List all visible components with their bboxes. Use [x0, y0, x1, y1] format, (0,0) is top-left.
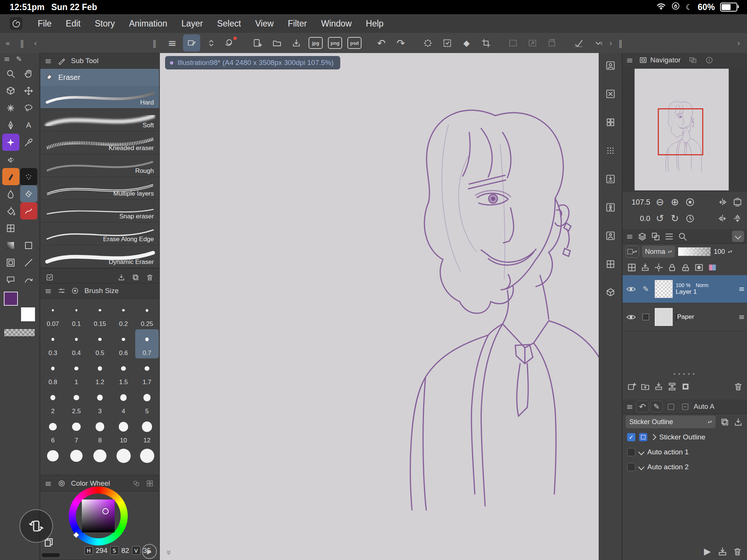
brush-size-0.5[interactable]: 0.5	[88, 329, 112, 358]
brush-size-10[interactable]: 10	[112, 417, 135, 446]
brush-size-0.2[interactable]: 0.2	[112, 300, 135, 329]
divider-handle-icon[interactable]: ‖	[619, 38, 623, 48]
tool-gradient[interactable]	[2, 237, 19, 254]
color-history-button[interactable]: ▶	[142, 544, 157, 559]
opacity-value[interactable]: 100	[714, 248, 725, 256]
auto-action-item[interactable]: ✓ Sticker Outline	[623, 430, 747, 445]
zoom-out-button[interactable]: ⊖	[653, 195, 667, 209]
layer-thumbnail[interactable]	[655, 280, 673, 298]
transparency-button[interactable]	[626, 262, 638, 273]
panel-download-panel-button[interactable]	[602, 170, 619, 187]
delete-button[interactable]	[731, 546, 743, 557]
sub-tool-item[interactable]: Hard	[40, 86, 159, 109]
layer-color-button[interactable]: ▴▾	[626, 246, 639, 258]
panel-menu-icon[interactable]: ≡	[44, 286, 52, 296]
opacity-slider[interactable]	[678, 247, 711, 256]
select-area-button[interactable]	[438, 34, 456, 52]
main-menu-button[interactable]: ≡	[164, 34, 181, 52]
tab-navigator[interactable]: Navigator	[636, 55, 684, 66]
expand-chevron-icon[interactable]	[638, 449, 645, 455]
save-settings-button[interactable]	[116, 272, 127, 283]
export-png-button[interactable]: png	[326, 34, 344, 52]
merge-down-button[interactable]	[666, 381, 678, 392]
open-button[interactable]	[268, 34, 285, 52]
delete-button[interactable]	[144, 272, 155, 283]
menu-story[interactable]: Story	[88, 19, 122, 29]
panel-color-set-panel-button[interactable]	[602, 113, 619, 131]
palette-menu-icon[interactable]: ≡	[4, 55, 10, 63]
auto-action-checkbox[interactable]	[627, 463, 635, 471]
expand-chevron-icon[interactable]	[638, 464, 645, 470]
collapse-panel-icon[interactable]: ‹	[34, 38, 37, 48]
auto-action-checkbox[interactable]	[627, 448, 635, 456]
duplicate-button[interactable]	[719, 416, 731, 427]
tool-zoom[interactable]	[2, 65, 19, 82]
color-mixer-icon[interactable]	[131, 478, 142, 489]
marquee-rotate-button[interactable]	[543, 34, 560, 52]
brush-size-1.7[interactable]: 1.7	[135, 358, 159, 388]
menu-select[interactable]: Select	[210, 19, 248, 29]
tool-airbrush[interactable]	[2, 151, 19, 168]
brush-size-7[interactable]: 7	[65, 417, 88, 446]
reset-zoom-button[interactable]	[683, 195, 697, 209]
panel-3d-material-button[interactable]	[602, 284, 619, 301]
menu-help[interactable]: Help	[359, 19, 391, 29]
panel-menu-icon[interactable]: ≡	[44, 56, 52, 66]
tool-balloon[interactable]	[2, 271, 19, 288]
sub-tool-item[interactable]: Multiple layers	[40, 177, 159, 200]
crop-button[interactable]	[477, 34, 495, 52]
sub-tool-item[interactable]: Erase Along Edge	[40, 223, 159, 245]
hue-ring[interactable]	[69, 486, 128, 545]
tool-move-layer[interactable]	[20, 82, 37, 99]
brush-size-0.4[interactable]: 0.4	[65, 329, 88, 358]
isolate-button[interactable]	[650, 231, 661, 242]
brush-size-15[interactable]: 15	[41, 446, 65, 466]
flip-preview-button[interactable]	[716, 195, 729, 209]
panel-pose-material-button[interactable]	[602, 199, 619, 216]
slot-2-button[interactable]	[679, 401, 691, 413]
duplicate-button[interactable]	[130, 272, 141, 283]
opacity-stepper[interactable]: ▴▾	[728, 251, 732, 253]
apply-all-icon[interactable]	[44, 272, 55, 283]
rotate-ccw-button[interactable]: ↺	[653, 212, 667, 225]
brush-size-0.07[interactable]: 0.07	[41, 300, 65, 329]
panel-menu-icon[interactable]: ≡	[44, 479, 52, 488]
saturation-value-square[interactable]	[82, 500, 115, 532]
auto-action-item[interactable]: Auto action 1	[623, 445, 747, 460]
brush-size-panel-title[interactable]: Brush Size	[84, 287, 119, 295]
rotate-cw-button[interactable]: ↻	[668, 212, 682, 225]
collapse-left-icon[interactable]: «	[5, 38, 10, 48]
layer-row[interactable]: ✎ 100 %Norm Layer 1 ≡	[623, 275, 747, 303]
brush-size-2[interactable]: 2	[41, 388, 65, 417]
slot-1-button[interactable]	[664, 401, 677, 413]
new-folder-button[interactable]	[639, 381, 651, 392]
save-button[interactable]	[288, 34, 305, 52]
layer-handle-icon[interactable]: ≡	[738, 312, 745, 321]
tab-subview[interactable]	[686, 55, 700, 66]
brush-size-0.1[interactable]: 0.1	[65, 300, 88, 329]
tool-pen[interactable]	[2, 116, 19, 134]
panel-quick-access-button[interactable]	[602, 57, 619, 74]
brush-size-30[interactable]: 30	[135, 446, 159, 466]
color-set-icon[interactable]	[144, 478, 155, 489]
export-button[interactable]	[716, 546, 728, 557]
expand-right-icon[interactable]: ›	[737, 38, 740, 48]
menu-filter[interactable]: Filter	[281, 19, 314, 29]
auto-action-checkbox[interactable]: ✓	[627, 433, 635, 441]
color-wheel-panel-title[interactable]: Color Wheel	[71, 479, 110, 488]
brush-size-12[interactable]: 12	[135, 417, 159, 446]
scroll-left-icon[interactable]: ‹	[600, 38, 603, 48]
tool-fill[interactable]	[2, 202, 19, 220]
delete-layer-button[interactable]	[732, 381, 744, 392]
paper-color-button[interactable]	[679, 381, 691, 392]
undo-action-button[interactable]: ↶	[636, 401, 649, 413]
brush-size-3[interactable]: 3	[88, 388, 112, 417]
divider-handle-icon[interactable]: ‖	[152, 38, 156, 48]
layer-color-button[interactable]	[706, 262, 718, 273]
list-button[interactable]	[663, 231, 675, 242]
tool-stamp[interactable]	[20, 271, 37, 288]
fit-screen-button[interactable]	[731, 195, 744, 209]
undo-button[interactable]: ↶	[373, 34, 390, 52]
tool-rectangle[interactable]	[20, 237, 37, 254]
brush-size-2.5[interactable]: 2.5	[65, 388, 88, 417]
